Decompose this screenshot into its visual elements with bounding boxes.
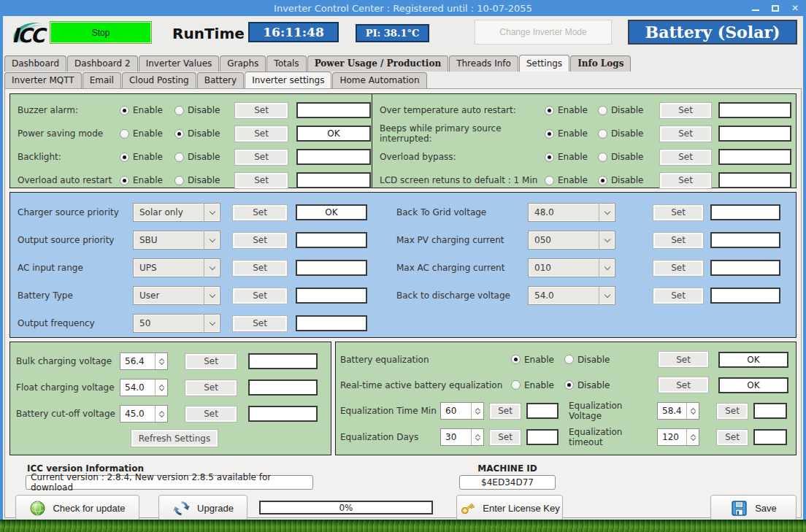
backlight-enable-radio[interactable] [120,153,129,162]
realtime-eq-result-field[interactable]: OK [718,377,788,393]
overload-bypass-result-field[interactable] [718,149,791,165]
chevron-down-icon[interactable] [204,259,220,277]
backlight-result-field[interactable] [296,149,371,165]
battery-type-dropdown[interactable]: User [133,286,220,305]
chevron-down-icon[interactable] [204,204,220,221]
eq-days-result-field[interactable] [526,429,559,445]
chevron-down-icon[interactable] [204,287,220,304]
tab-inverter-values[interactable]: Inverter Values [139,55,220,72]
cutoff-voltage-result-field[interactable] [248,406,318,422]
overload-bypass-disable-radio[interactable] [598,153,607,162]
float-voltage-set-button[interactable]: Set [185,380,237,396]
power-saving-disable-radio[interactable] [174,129,184,139]
back-to-discharge-set-button[interactable]: Set [653,288,703,304]
back-to-grid-dropdown[interactable]: 48.0 [528,203,615,222]
realtime-eq-enable-radio[interactable] [511,380,521,390]
output-frequency-set-button[interactable]: Set [233,316,287,331]
battery-eq-set-button[interactable]: Set [659,352,708,367]
chevron-down-icon[interactable] [599,231,615,249]
charger-priority-set-button[interactable]: Set [233,205,287,220]
chevron-down-icon[interactable] [599,259,615,277]
output-frequency-dropdown[interactable]: 50 [133,314,220,333]
overload-bypass-set-button[interactable]: Set [660,150,711,165]
bulk-voltage-set-button[interactable]: Set [185,354,237,369]
battery-type-set-button[interactable]: Set [233,288,287,304]
power-saving-set-button[interactable]: Set [235,126,288,142]
ac-input-range-set-button[interactable]: Set [233,261,287,276]
tab-threads-info[interactable]: Threads Info [449,55,518,72]
over-temp-result-field[interactable] [718,102,791,118]
buzzer-set-button[interactable]: Set [235,103,288,118]
over-temp-disable-radio[interactable] [598,106,607,115]
eq-time-result-field[interactable] [526,403,559,419]
overload-bypass-enable-radio[interactable] [545,153,554,162]
output-priority-dropdown[interactable]: SBU [133,231,220,250]
float-voltage-result-field[interactable] [248,379,318,396]
tab-cloud-posting[interactable]: Cloud Posting [122,72,196,88]
minimize-icon[interactable] [752,9,759,11]
tab-inverter-settings[interactable]: Inverter settings [245,72,331,88]
charger-priority-result-field[interactable]: OK [296,204,367,220]
refresh-settings-button[interactable]: Refresh Settings [131,430,218,447]
change-inverter-mode-button[interactable]: Change Inverter Mode [475,20,612,45]
cutoff-voltage-spinner[interactable]: 45.0 [120,405,168,423]
tab-home-automation[interactable]: Home Automation [332,72,426,88]
output-priority-result-field[interactable] [296,232,367,248]
bulk-voltage-spinner[interactable]: 56.4 [120,352,168,370]
ac-input-range-dropdown[interactable]: UPS [133,258,220,277]
eq-voltage-result-field[interactable] [753,403,787,419]
overload-restart-enable-radio[interactable] [120,176,129,185]
lcd-default-set-button[interactable]: Set [660,173,711,188]
over-temp-set-button[interactable]: Set [660,103,711,118]
chevron-down-icon[interactable] [204,231,220,249]
overload-restart-result-field[interactable] [296,172,371,188]
float-voltage-spinner[interactable]: 54.0 [120,379,168,396]
power-saving-enable-radio[interactable] [120,129,129,139]
battery-eq-disable-radio[interactable] [564,355,574,364]
overload-restart-disable-radio[interactable] [174,176,184,185]
max-pv-current-result-field[interactable] [710,232,780,248]
tab-totals[interactable]: Totals [266,55,306,72]
tab-inverter-mqtt[interactable]: Inverter MQTT [4,72,82,88]
tab-power-usage-production[interactable]: Power Usage / Production [307,55,449,72]
back-to-discharge-result-field[interactable] [710,288,780,304]
eq-timeout-spinner[interactable]: 120 [657,428,699,446]
maximize-icon[interactable] [772,5,779,12]
eq-timeout-result-field[interactable] [753,429,787,445]
backlight-set-button[interactable]: Set [235,150,288,165]
realtime-eq-disable-radio[interactable] [564,380,574,390]
lcd-default-enable-radio[interactable] [545,176,554,185]
realtime-eq-set-button[interactable]: Set [659,377,708,393]
beeps-disable-radio[interactable] [598,129,607,139]
buzzer-disable-radio[interactable] [174,106,184,115]
lcd-default-result-field[interactable] [718,172,791,188]
tab-info-logs[interactable]: Info Logs [570,55,631,72]
charger-priority-dropdown[interactable]: Solar only [133,203,220,222]
back-to-grid-set-button[interactable]: Set [653,205,703,220]
upgrade-button[interactable]: Upgrade [158,495,247,521]
back-to-discharge-dropdown[interactable]: 54.0 [528,286,615,305]
tab-battery[interactable]: Battery [197,72,244,88]
eq-days-set-button[interactable]: Set [490,430,521,445]
max-ac-current-dropdown[interactable]: 010 [528,258,615,277]
tab-settings[interactable]: Settings [519,55,569,72]
chevron-down-icon[interactable] [599,287,615,304]
stop-button[interactable]: Stop [50,21,152,44]
beeps-enable-radio[interactable] [545,129,554,139]
check-for-update-button[interactable]: Check for update [15,495,139,521]
output-frequency-result-field[interactable] [296,315,367,331]
eq-timeout-set-button[interactable]: Set [717,430,748,445]
chevron-down-icon[interactable] [204,315,220,332]
buzzer-enable-radio[interactable] [120,106,129,115]
ac-input-range-result-field[interactable] [296,260,367,276]
eq-days-spinner[interactable]: 30 [440,428,484,446]
buzzer-result-field[interactable] [296,102,371,118]
eq-time-set-button[interactable]: Set [490,404,521,419]
over-temp-enable-radio[interactable] [545,106,554,115]
tab-email[interactable]: Email [82,72,121,88]
back-to-grid-result-field[interactable] [710,204,780,220]
max-pv-current-set-button[interactable]: Set [653,233,703,248]
max-ac-current-set-button[interactable]: Set [653,261,703,276]
eq-voltage-spinner[interactable]: 58.4 [657,402,699,420]
battery-type-result-field[interactable] [296,288,367,304]
